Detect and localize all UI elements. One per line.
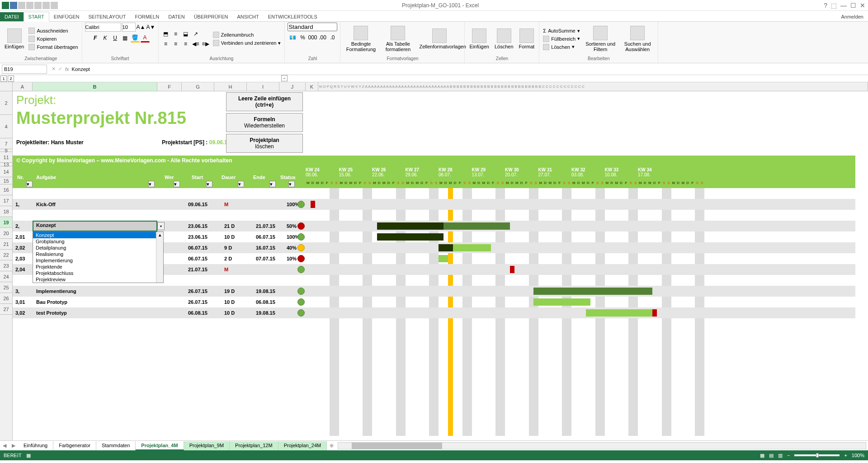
sheet-tab[interactable]: Projektplan_24M: [278, 441, 327, 450]
currency-icon[interactable]: 💶: [288, 33, 297, 42]
horizontal-scrollbar[interactable]: [338, 442, 866, 449]
select-all-corner[interactable]: [0, 82, 13, 91]
save-icon[interactable]: [10, 2, 17, 9]
row-header[interactable]: 18: [0, 206, 12, 217]
zoom-thumb[interactable]: [816, 453, 819, 458]
row-header[interactable]: 21: [0, 239, 12, 250]
view-normal-icon[interactable]: ▦: [760, 453, 764, 458]
formula-input[interactable]: Konzept: [72, 66, 865, 72]
gantt-row[interactable]: 1,Kick-Off09.06.15M100%: [13, 199, 855, 210]
row-header[interactable]: 15: [0, 177, 12, 184]
zoom-level[interactable]: 100%: [852, 453, 864, 458]
dropdown-item[interactable]: Implementierung: [33, 257, 163, 264]
font-name-input[interactable]: [85, 23, 121, 32]
sheet-tab[interactable]: Projektplan_9M: [184, 441, 230, 450]
outline-2[interactable]: 2: [8, 76, 14, 82]
col-h[interactable]: H: [214, 82, 247, 91]
italic-button[interactable]: K: [101, 33, 110, 43]
minimize-icon[interactable]: —: [840, 2, 847, 9]
restore-formulas-button[interactable]: FormelnWiederherstellen: [226, 113, 303, 132]
filter-wer[interactable]: ▾: [174, 181, 180, 187]
inc-decimal-icon[interactable]: .00: [318, 33, 327, 42]
format-painter-button[interactable]: Format übertragen: [28, 43, 79, 51]
delete-plan-button[interactable]: Projektplanlöschen: [226, 134, 303, 153]
login-link[interactable]: Anmelden: [836, 12, 868, 21]
grow-font-icon[interactable]: A▲: [137, 23, 146, 32]
undo-icon[interactable]: [18, 2, 25, 9]
view-layout-icon[interactable]: ▤: [769, 453, 774, 458]
dropdown-item[interactable]: Grobplanung: [33, 238, 163, 245]
filter-nr[interactable]: ▾: [26, 181, 33, 187]
row-header[interactable]: 4: [0, 115, 12, 138]
row-header[interactable]: 16: [0, 184, 12, 195]
align-center-icon[interactable]: ≡: [171, 39, 180, 48]
preview-icon[interactable]: [51, 2, 58, 9]
table-format-button[interactable]: Als Tabelle formatieren: [380, 25, 415, 53]
help-icon[interactable]: ?: [824, 2, 827, 9]
row-header[interactable]: 2: [0, 91, 12, 115]
col-g[interactable]: G: [182, 82, 214, 91]
row-header[interactable]: 13: [0, 163, 12, 166]
fx-icon[interactable]: fx: [65, 66, 69, 72]
dropdown-item[interactable]: Detailplanung: [33, 245, 163, 251]
gantt-row[interactable]: [13, 210, 855, 221]
grid[interactable]: Projekt: Musterprojekt Nr.815 Projektlei…: [13, 91, 868, 440]
wrap-text-button[interactable]: Zeilenumbruch: [212, 31, 282, 38]
autosum-button[interactable]: Σ AutoSumme ▾: [542, 28, 581, 34]
percent-icon[interactable]: %: [298, 33, 307, 42]
gantt-row[interactable]: 3,Implementierung26.07.1519 D19.08.15: [13, 286, 855, 297]
tab-daten[interactable]: DATEN: [164, 12, 189, 21]
insert-row-button[interactable]: Leere Zeile einfügen (ctrl+e): [226, 92, 303, 111]
tab-entwickler[interactable]: ENTWICKLERTOOLS: [264, 12, 322, 21]
row-header[interactable]: 23: [0, 260, 12, 271]
cell-dropdown-list[interactable]: ▴ KonzeptGrobplanungDetailplanungRealisi…: [33, 232, 164, 283]
dropdown-scrollbar[interactable]: ▴: [156, 232, 163, 283]
cancel-formula-icon[interactable]: ✕: [52, 66, 56, 72]
dropdown-item[interactable]: Konzept: [33, 232, 163, 238]
bold-button[interactable]: F: [91, 33, 100, 43]
redo-icon[interactable]: [26, 2, 33, 9]
tab-seitenlayout[interactable]: SEITENLAYOUT: [84, 12, 130, 21]
filter-dauer[interactable]: ▾: [238, 181, 244, 187]
tab-nav-prev[interactable]: ◀: [0, 443, 9, 449]
format-cells-button[interactable]: Format: [517, 28, 537, 50]
cut-button[interactable]: Ausschneiden: [28, 27, 79, 34]
gantt-row[interactable]: [13, 188, 855, 199]
border-button[interactable]: ▦: [121, 33, 130, 43]
gantt-row[interactable]: 3,02test Prototyp06.08.1510 D19.08.15: [13, 307, 855, 318]
tab-ansicht[interactable]: ANSICHT: [232, 12, 263, 21]
underline-button[interactable]: U: [111, 33, 120, 43]
align-right-icon[interactable]: ≡: [181, 39, 190, 48]
shrink-font-icon[interactable]: A▼: [146, 23, 156, 32]
add-sheet-button[interactable]: ⊕: [327, 443, 336, 449]
find-select-button[interactable]: Suchen und Auswählen: [620, 25, 655, 53]
close-icon[interactable]: ✕: [860, 2, 865, 9]
row-header[interactable]: 19: [0, 217, 12, 228]
row-header[interactable]: 26: [0, 293, 12, 304]
insert-cells-button[interactable]: Einfügen: [467, 28, 491, 50]
zoom-out-icon[interactable]: −: [787, 453, 790, 458]
zoom-slider[interactable]: [794, 454, 840, 456]
col-a[interactable]: A: [13, 82, 33, 91]
align-left-icon[interactable]: ≡: [161, 39, 170, 48]
row-header[interactable]: 11: [0, 152, 12, 163]
macro-icon[interactable]: ▦: [26, 453, 31, 458]
tab-einfuegen[interactable]: EINFÜGEN: [49, 12, 84, 21]
ribbon-toggle-icon[interactable]: ⬚: [831, 2, 837, 9]
fill-button[interactable]: Füllbereich ▾: [542, 35, 581, 43]
filter-status[interactable]: ▾: [288, 181, 295, 187]
font-color-button[interactable]: A: [141, 33, 150, 43]
comma-icon[interactable]: 000: [308, 33, 317, 42]
delete-cells-button[interactable]: Löschen: [493, 28, 515, 50]
outline-collapse[interactable]: −: [281, 75, 288, 81]
col-k[interactable]: K: [306, 82, 318, 91]
sheet-tab[interactable]: Projektplan_4M: [136, 441, 184, 450]
clear-button[interactable]: Löschen ▾: [542, 43, 581, 51]
name-box[interactable]: B19: [2, 65, 47, 74]
copy-button[interactable]: Kopieren: [28, 35, 79, 43]
fill-color-button[interactable]: 🪣: [131, 33, 140, 43]
col-narrow[interactable]: N O P Q R S T U V W X Y Z A A A A A A A …: [318, 82, 868, 91]
zoom-in-icon[interactable]: +: [844, 453, 847, 458]
row-header[interactable]: 20: [0, 228, 12, 239]
orientation-icon[interactable]: ↗: [191, 29, 200, 38]
